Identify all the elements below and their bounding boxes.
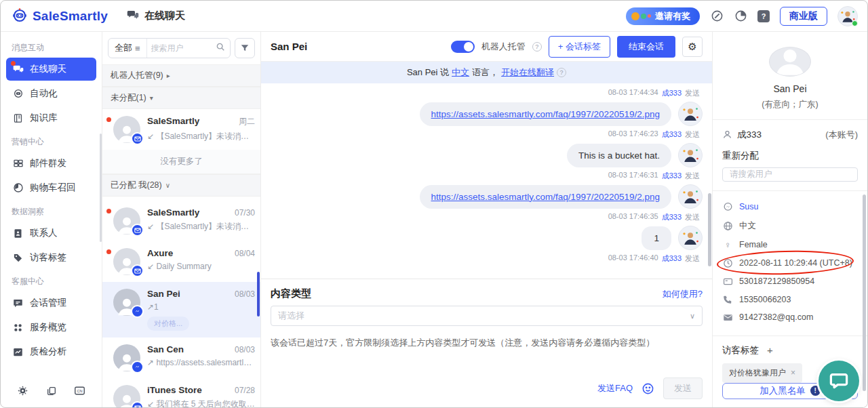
banner-mid: 语言， bbox=[472, 66, 498, 79]
visitor-details: Susu 中文 ♀ Female 2022-08-11 10:29:44 (UT… bbox=[722, 198, 858, 327]
banner-language-link[interactable]: 中文 bbox=[452, 66, 469, 79]
contact-avatar bbox=[113, 207, 140, 234]
conversation-tag: 对价格... bbox=[147, 317, 189, 331]
visitor-language: 中文 bbox=[739, 220, 756, 232]
visitor-tag-pill[interactable]: 对价格犹豫用户 × bbox=[722, 363, 802, 383]
detail-row-gender: ♀ Female bbox=[722, 236, 858, 254]
conversation-preview: 1 bbox=[154, 302, 159, 312]
chat-widget-button[interactable] bbox=[818, 361, 859, 401]
assigned-agent-row: 成333 (本账号) bbox=[722, 129, 858, 141]
send-faq-link[interactable]: 发送FAQ bbox=[597, 382, 633, 394]
sidebar-item-label: 购物车召回 bbox=[30, 182, 76, 194]
sidebar-item-knowledge-base[interactable]: 知识库 bbox=[6, 106, 96, 129]
chat-square-icon bbox=[12, 298, 24, 308]
sidebar-item-label: 邮件群发 bbox=[30, 157, 66, 169]
conversation-list-scrollbar[interactable] bbox=[257, 272, 260, 317]
gender-icon: ♀ bbox=[722, 240, 733, 250]
conversation-name: Axure bbox=[147, 248, 173, 258]
message-link[interactable]: https://assets.salesmartly.com/faq/1997/… bbox=[431, 109, 660, 119]
conversation-item[interactable]: Axure08/04 ↙ Daily Summary bbox=[102, 241, 260, 282]
conversation-item[interactable]: SaleSmartly周二 ↙ 【SaleSmartly】未读消息-... bbox=[102, 109, 260, 150]
business-plan-button[interactable]: 商业版 bbox=[780, 7, 827, 26]
user-avatar[interactable] bbox=[837, 6, 858, 26]
chart-line-icon bbox=[12, 347, 24, 357]
sidebar-scrollbar[interactable] bbox=[100, 134, 102, 242]
sidebar-item-visitor-tags[interactable]: 访客标签 bbox=[6, 246, 96, 269]
channel-account-link[interactable]: Susu bbox=[739, 202, 759, 211]
message-row: 1 bbox=[271, 226, 703, 250]
content-type-label: 内容类型 bbox=[271, 287, 311, 300]
start-translation-link[interactable]: 开始在线翻译 bbox=[501, 66, 554, 79]
sidebar-section-marketing: 营销中心 bbox=[12, 136, 91, 148]
conversation-item-selected[interactable]: San Pei08/03 ↗1 对价格... bbox=[102, 282, 260, 338]
reassign-search-input[interactable] bbox=[722, 167, 858, 182]
sidebar-item-label: 联系人 bbox=[30, 227, 58, 239]
message-bubble: This is a bucket hat. bbox=[567, 144, 671, 167]
warning-icon: ! bbox=[810, 386, 821, 396]
bot-hosting-toggle[interactable] bbox=[451, 41, 475, 53]
sidebar-item-live-chat[interactable]: 在线聊天 bbox=[6, 58, 96, 81]
message-row: https://assets.salesmartly.com/faq/1997/… bbox=[271, 102, 703, 126]
filter-all-dropdown[interactable]: 全部 ≡ bbox=[108, 39, 147, 58]
group-assigned[interactable]: 已分配 我(28) ∨ bbox=[102, 174, 260, 197]
svg-text:CN: CN bbox=[77, 389, 82, 393]
help-icon[interactable]: ? bbox=[757, 10, 770, 22]
conversation-item[interactable]: iTunes Store07/28 ↙ 我们将在 5 天后向您收取 i... bbox=[102, 378, 260, 408]
sidebar-item-cart-recall[interactable]: 购物车召回 bbox=[6, 176, 96, 199]
sidebar-item-label: 服务概览 bbox=[30, 321, 66, 333]
language-cn-icon[interactable]: CN bbox=[74, 385, 85, 399]
unread-dot bbox=[106, 117, 111, 122]
send-button[interactable]: 发送 bbox=[663, 378, 703, 399]
sidebar-item-label: 质检分析 bbox=[30, 346, 66, 358]
sidebar-item-service-overview[interactable]: 服务概览 bbox=[6, 316, 96, 339]
profile-panel-scrollbar[interactable] bbox=[863, 195, 866, 391]
add-session-tag-button[interactable]: + 会话标签 bbox=[549, 36, 610, 58]
sidebar-item-email-blast[interactable]: 邮件群发 bbox=[6, 152, 96, 175]
group-bot-hosted[interactable]: 机器人托管(9) ▸ bbox=[102, 64, 260, 87]
email-channel-icon bbox=[131, 132, 144, 145]
filter-funnel-button[interactable] bbox=[235, 38, 255, 58]
pages-copy-icon[interactable] bbox=[46, 386, 57, 399]
message-agent: 成333 bbox=[662, 171, 682, 181]
remove-tag-icon[interactable]: × bbox=[791, 368, 795, 378]
cart-icon bbox=[12, 182, 24, 193]
message-scrollbar[interactable] bbox=[708, 193, 711, 266]
chat-settings-gear-button[interactable]: ⚙ bbox=[682, 37, 703, 57]
incoming-arrow-icon: ↙ bbox=[147, 399, 154, 408]
conversation-preview: Daily Summary bbox=[156, 262, 211, 271]
message-link[interactable]: https://assets.salesmartly.com/faq/1997/… bbox=[431, 192, 660, 202]
person-icon bbox=[722, 129, 732, 140]
conversation-time: 周二 bbox=[239, 116, 255, 127]
salesmartly-logo[interactable]: SaleSmartly bbox=[12, 7, 105, 26]
group-assigned-label: 已分配 我(28) bbox=[111, 180, 162, 191]
message-agent: 成333 bbox=[662, 212, 682, 222]
sidebar-item-session-management[interactable]: 会话管理 bbox=[6, 291, 96, 314]
conversation-time: 07/30 bbox=[235, 208, 255, 218]
sidebar-item-label: 自动化 bbox=[30, 87, 58, 100]
invite-reward-button[interactable]: 邀请有奖 bbox=[626, 7, 700, 25]
info-icon[interactable]: ? bbox=[532, 42, 542, 52]
sidebar-item-contacts[interactable]: 联系人 bbox=[6, 222, 96, 245]
current-account-badge: (本账号) bbox=[825, 129, 858, 141]
group-unassigned[interactable]: 未分配(1) ▾ bbox=[102, 87, 260, 109]
settings-gear-icon[interactable] bbox=[17, 385, 28, 399]
emoji-icon[interactable] bbox=[642, 382, 654, 395]
sidebar-item-automation[interactable]: 自动化 bbox=[6, 82, 96, 105]
end-session-button[interactable]: 结束会话 bbox=[617, 36, 675, 58]
message-action: 发送 bbox=[685, 88, 700, 98]
how-to-use-link[interactable]: 如何使用? bbox=[663, 288, 703, 300]
conversation-item[interactable]: San Cen08/03 ↗ https://assets.salesmartl… bbox=[102, 338, 260, 378]
search-group: 全部 ≡ bbox=[108, 38, 231, 58]
content-type-select[interactable]: 请选择 ∨ bbox=[271, 306, 703, 326]
sidebar-item-quality-analysis[interactable]: 质检分析 bbox=[6, 340, 96, 363]
visitor-name: San Pei bbox=[722, 83, 858, 94]
search-input[interactable] bbox=[147, 43, 216, 53]
info-icon[interactable]: ? bbox=[557, 68, 566, 77]
add-tag-icon[interactable]: + bbox=[767, 345, 773, 355]
message-agent: 成333 bbox=[662, 88, 682, 98]
compass-icon[interactable] bbox=[710, 9, 724, 23]
conversation-item[interactable]: SaleSmartly07/30 ↙ 【SaleSmartly】未读消息-... bbox=[102, 201, 260, 241]
conversation-preview: 【SaleSmartly】未读消息-... bbox=[156, 222, 255, 231]
pie-chart-icon[interactable] bbox=[734, 9, 747, 23]
conversation-time: 08/04 bbox=[235, 249, 255, 258]
